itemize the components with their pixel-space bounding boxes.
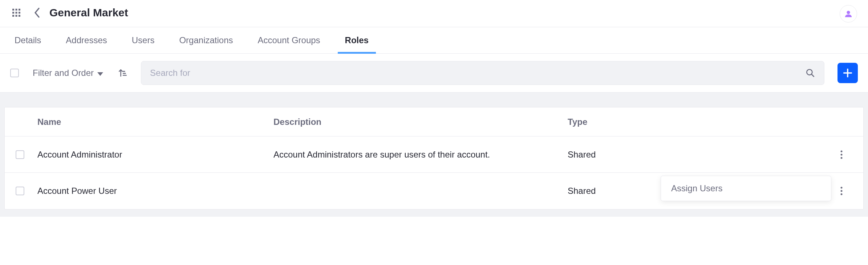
svg-marker-10 bbox=[97, 72, 103, 76]
search-box[interactable] bbox=[141, 61, 824, 85]
svg-point-20 bbox=[841, 154, 843, 155]
tab-addresses[interactable]: Addresses bbox=[62, 27, 110, 53]
tab-details[interactable]: Details bbox=[11, 27, 45, 53]
select-all-checkbox[interactable] bbox=[10, 69, 19, 77]
svg-point-9 bbox=[847, 11, 850, 14]
menu-item-assign-users[interactable]: Assign Users bbox=[671, 183, 821, 193]
tab-account-groups[interactable]: Account Groups bbox=[254, 27, 324, 53]
svg-rect-7 bbox=[16, 15, 17, 17]
svg-rect-3 bbox=[12, 12, 14, 14]
avatar[interactable] bbox=[840, 5, 857, 23]
back-icon[interactable] bbox=[32, 7, 43, 18]
add-button[interactable] bbox=[837, 63, 858, 83]
cell-description: Account Administrators are super users o… bbox=[273, 150, 568, 160]
search-input[interactable] bbox=[150, 68, 805, 78]
svg-point-19 bbox=[841, 150, 843, 152]
apps-icon[interactable] bbox=[11, 7, 22, 18]
caret-down-icon bbox=[97, 68, 103, 78]
tab-roles[interactable]: Roles bbox=[341, 27, 372, 53]
svg-rect-5 bbox=[19, 12, 20, 14]
row-actions-menu: Assign Users bbox=[661, 176, 831, 201]
filter-order-label: Filter and Order bbox=[33, 68, 94, 78]
column-header-description[interactable]: Description bbox=[273, 117, 568, 127]
table-row: Account Power User Shared Assign Users bbox=[5, 173, 863, 209]
tab-users[interactable]: Users bbox=[128, 27, 158, 53]
svg-rect-8 bbox=[19, 15, 20, 17]
filter-order-dropdown[interactable]: Filter and Order bbox=[33, 68, 103, 78]
svg-point-23 bbox=[841, 190, 843, 192]
column-header-name[interactable]: Name bbox=[37, 117, 273, 127]
table-row: Account Administrator Account Administra… bbox=[5, 136, 863, 173]
svg-point-22 bbox=[841, 187, 843, 189]
search-icon[interactable] bbox=[805, 68, 815, 78]
row-checkbox[interactable] bbox=[16, 150, 24, 159]
cell-type: Shared bbox=[568, 150, 831, 160]
cell-name: Account Administrator bbox=[37, 150, 273, 160]
svg-point-24 bbox=[841, 193, 843, 195]
row-checkbox[interactable] bbox=[16, 187, 24, 195]
svg-point-21 bbox=[841, 157, 843, 159]
row-actions-button[interactable] bbox=[836, 186, 847, 196]
tab-organizations[interactable]: Organizations bbox=[175, 27, 236, 53]
page-title: General Market bbox=[49, 7, 128, 19]
svg-rect-6 bbox=[12, 15, 14, 17]
svg-rect-2 bbox=[19, 9, 20, 11]
svg-rect-4 bbox=[16, 12, 17, 14]
table-header: Name Description Type bbox=[5, 107, 863, 136]
column-header-type[interactable]: Type bbox=[568, 117, 831, 127]
row-actions-button[interactable] bbox=[836, 150, 847, 160]
svg-rect-1 bbox=[16, 9, 17, 11]
sort-icon[interactable] bbox=[118, 68, 128, 78]
cell-name: Account Power User bbox=[37, 186, 273, 196]
svg-rect-0 bbox=[12, 9, 14, 11]
svg-line-16 bbox=[811, 74, 814, 77]
